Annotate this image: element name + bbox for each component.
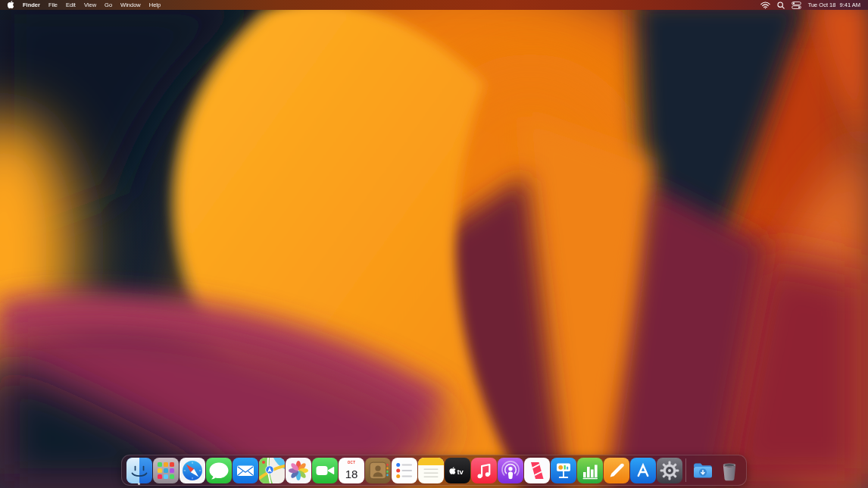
- safari-icon: [180, 458, 205, 483]
- downloads-folder-icon: [690, 458, 716, 483]
- dock-item-keynote[interactable]: [550, 455, 576, 486]
- menubar-clock-date: Tue Oct 18: [808, 2, 836, 8]
- podcasts-icon: [498, 458, 523, 483]
- menubar-clock[interactable]: Tue Oct 18 9:41 AM: [808, 2, 860, 8]
- menu-file[interactable]: File: [48, 0, 58, 10]
- music-icon: [471, 458, 497, 483]
- apple-menu[interactable]: [8, 1, 14, 9]
- calendar-day-label: 18: [345, 467, 358, 480]
- dock-item-tv[interactable]: tv: [444, 455, 470, 486]
- dock-item-pages[interactable]: [603, 455, 629, 486]
- menu-view[interactable]: View: [84, 0, 96, 10]
- dock-item-notes[interactable]: [417, 455, 444, 486]
- dock-item-news[interactable]: [523, 455, 550, 486]
- dock-item-numbers[interactable]: [576, 455, 603, 486]
- dock-item-contacts[interactable]: [364, 455, 391, 486]
- calendar-month-label: OCT: [347, 461, 355, 465]
- numbers-icon: [577, 458, 603, 483]
- menu-finder[interactable]: Finder: [23, 0, 40, 10]
- dock-item-mail[interactable]: [232, 455, 258, 486]
- mail-icon: [233, 458, 258, 483]
- trash-icon: [717, 458, 742, 483]
- dock-item-trash[interactable]: [716, 455, 742, 486]
- calendar-icon: OCT 18: [339, 458, 364, 483]
- dock-item-maps[interactable]: [258, 455, 285, 486]
- keynote-icon: [551, 458, 576, 483]
- dock-item-reminders[interactable]: [391, 455, 417, 486]
- spotlight-search-icon[interactable]: [777, 2, 785, 9]
- system-settings-icon: [657, 458, 682, 483]
- dock-item-finder[interactable]: [126, 455, 152, 486]
- dock-item-messages[interactable]: [205, 455, 232, 486]
- dock-item-system-settings[interactable]: [656, 455, 682, 486]
- apple-tv-icon: tv: [445, 458, 470, 483]
- maps-icon: [259, 458, 285, 483]
- messages-icon: [206, 458, 232, 483]
- dock-divider: [685, 458, 686, 482]
- desktop: Finder File Edit View Go Window Help: [0, 0, 868, 488]
- app-store-icon: [630, 458, 656, 483]
- launchpad-icon: [153, 458, 179, 483]
- dock-item-downloads[interactable]: [689, 455, 716, 486]
- notes-icon: [418, 458, 444, 483]
- tv-label: tv: [457, 467, 464, 475]
- news-icon: [524, 458, 550, 483]
- facetime-icon: [312, 458, 338, 483]
- apple-icon: [8, 1, 14, 9]
- dock-item-photos[interactable]: [285, 455, 311, 486]
- dock-item-podcasts[interactable]: [497, 455, 523, 486]
- dock-item-safari[interactable]: [179, 455, 205, 486]
- dock: OCT 18: [121, 455, 747, 486]
- contacts-icon: [365, 458, 391, 483]
- dock-item-calendar[interactable]: OCT 18: [338, 455, 364, 486]
- dock-item-facetime[interactable]: [311, 455, 338, 486]
- menu-window[interactable]: Window: [120, 0, 141, 10]
- menu-bar-status: Tue Oct 18 9:41 AM: [760, 2, 860, 9]
- menu-bar: Finder File Edit View Go Window Help: [0, 0, 868, 10]
- dock-item-music[interactable]: [470, 455, 497, 486]
- menubar-clock-time: 9:41 AM: [839, 2, 860, 8]
- menu-go[interactable]: Go: [105, 0, 112, 10]
- reminders-icon: [392, 458, 417, 483]
- dock-item-app-store[interactable]: [629, 455, 656, 486]
- finder-running-indicator: [138, 483, 140, 485]
- menu-help[interactable]: Help: [149, 0, 161, 10]
- wallpaper-image: [0, 0, 868, 488]
- dock-item-launchpad[interactable]: [152, 455, 179, 486]
- photos-icon: [286, 458, 311, 483]
- control-center-icon[interactable]: [792, 2, 801, 9]
- wifi-icon[interactable]: [760, 2, 770, 9]
- menu-edit[interactable]: Edit: [66, 0, 76, 10]
- finder-icon: [126, 458, 152, 483]
- menu-bar-left: Finder File Edit View Go Window Help: [8, 0, 161, 10]
- pages-icon: [604, 458, 629, 483]
